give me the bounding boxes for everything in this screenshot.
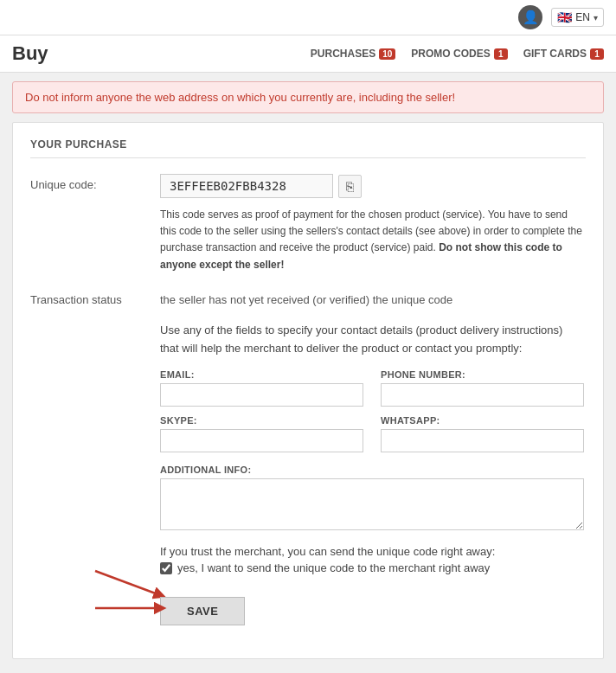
copy-icon: ⎘ bbox=[346, 179, 354, 194]
top-nav: PURCHASES 10 PROMO CODES 1 GIFT CARDS 1 bbox=[311, 48, 604, 60]
send-code-info: If you trust the merchant, you can send … bbox=[160, 545, 586, 574]
additional-info-group: ADDITIONAL INFO: bbox=[160, 465, 584, 533]
nav-purchases-badge: 10 bbox=[379, 48, 395, 60]
unique-code-value-wrapper: 3EFFEEB02FBB4328 ⎘ This code serves as p… bbox=[160, 174, 586, 273]
whatsapp-field-group: WHATSAPP: bbox=[381, 415, 584, 452]
arrow-2-icon bbox=[91, 595, 169, 621]
svg-line-1 bbox=[95, 571, 160, 595]
transaction-status-row: Transaction status the seller has not ye… bbox=[30, 289, 586, 306]
code-description: This code serves as proof of payment for… bbox=[160, 207, 584, 273]
skype-input[interactable] bbox=[160, 429, 363, 452]
contact-fields-grid: EMAIL: PHONE NUMBER: SKYPE: WHATSAPP: bbox=[160, 369, 584, 452]
alert-box: Do not inform anyone the web address on … bbox=[12, 81, 604, 113]
alert-message: Do not inform anyone the web address on … bbox=[25, 91, 455, 104]
chevron-down-icon: ▾ bbox=[594, 13, 598, 22]
save-button-wrapper: SAVE bbox=[160, 592, 245, 625]
nav-purchases-label: PURCHASES bbox=[311, 48, 375, 60]
skype-field-group: SKYPE: bbox=[160, 415, 363, 452]
nav-promo-codes[interactable]: PROMO CODES 1 bbox=[411, 48, 507, 60]
send-code-checkbox-row: yes, I want to send the unique code to t… bbox=[160, 561, 586, 574]
transaction-status-text: the seller has not yet received (or veri… bbox=[160, 289, 586, 306]
instructions-wrapper: INSTRUCTIONS FOR USE bbox=[12, 668, 604, 673]
delivery-info-text: Use any of the fields to specify your co… bbox=[160, 322, 584, 358]
delivery-info-content: Use any of the fields to specify your co… bbox=[160, 322, 586, 626]
phone-field-group: PHONE NUMBER: bbox=[381, 369, 584, 407]
nav-gift-cards[interactable]: GIFT CARDS 1 bbox=[523, 48, 604, 60]
unique-code-wrapper: 3EFFEEB02FBB4328 ⎘ bbox=[160, 174, 586, 198]
unique-code-row: Unique code: 3EFFEEB02FBB4328 ⎘ This cod… bbox=[30, 174, 586, 273]
avatar-icon[interactable]: 👤 bbox=[518, 5, 542, 29]
page-title: Buy bbox=[12, 42, 311, 65]
transaction-status-label: Transaction status bbox=[30, 289, 160, 306]
email-input[interactable] bbox=[160, 383, 363, 407]
phone-input[interactable] bbox=[381, 383, 584, 407]
section-title: YOUR PURCHASE bbox=[30, 138, 586, 158]
delivery-info-spacer bbox=[30, 322, 160, 326]
send-code-section: If you trust the merchant, you can send … bbox=[160, 545, 586, 625]
copy-code-button[interactable]: ⎘ bbox=[338, 175, 362, 198]
lang-code: EN bbox=[575, 11, 590, 23]
nav-gift-cards-label: GIFT CARDS bbox=[523, 48, 587, 60]
save-button[interactable]: SAVE bbox=[160, 597, 245, 625]
unique-code-display: 3EFFEEB02FBB4328 bbox=[160, 174, 333, 198]
email-label: EMAIL: bbox=[160, 369, 363, 380]
avatar-glyph: 👤 bbox=[523, 10, 539, 25]
skype-label: SKYPE: bbox=[160, 415, 363, 426]
transaction-status-value: the seller has not yet received (or veri… bbox=[160, 289, 586, 306]
delivery-info-row: Use any of the fields to specify your co… bbox=[30, 322, 586, 626]
whatsapp-input[interactable] bbox=[381, 429, 584, 452]
nav-purchases[interactable]: PURCHASES 10 bbox=[311, 48, 395, 60]
nav-promo-codes-badge: 1 bbox=[494, 48, 508, 60]
whatsapp-label: WHATSAPP: bbox=[381, 415, 584, 426]
lang-selector[interactable]: 🇬🇧 EN ▾ bbox=[551, 8, 604, 27]
send-code-checkbox-label[interactable]: yes, I want to send the unique code to t… bbox=[177, 561, 490, 574]
main-content: YOUR PURCHASE Unique code: 3EFFEEB02FBB4… bbox=[12, 122, 604, 659]
nav-gift-cards-badge: 1 bbox=[590, 48, 604, 60]
header-bar: Buy PURCHASES 10 PROMO CODES 1 GIFT CARD… bbox=[0, 35, 616, 73]
send-code-text: If you trust the merchant, you can send … bbox=[160, 545, 495, 558]
phone-label: PHONE NUMBER: bbox=[381, 369, 584, 380]
unique-code-label: Unique code: bbox=[30, 174, 160, 191]
additional-info-label: ADDITIONAL INFO: bbox=[160, 465, 584, 475]
nav-promo-codes-label: PROMO CODES bbox=[411, 48, 490, 60]
flag-icon: 🇬🇧 bbox=[557, 10, 572, 24]
top-bar: 👤 🇬🇧 EN ▾ bbox=[0, 0, 616, 35]
email-field-group: EMAIL: bbox=[160, 369, 363, 407]
additional-info-textarea[interactable] bbox=[160, 478, 584, 530]
